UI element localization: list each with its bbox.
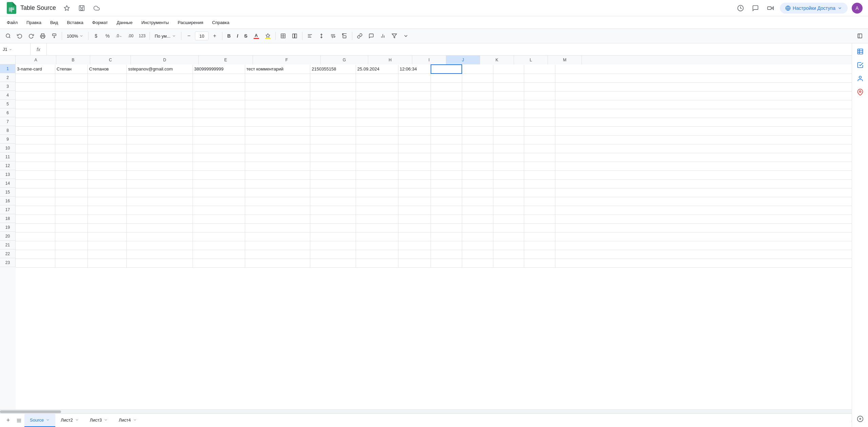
cell-C7[interactable]: [87, 118, 126, 126]
col-header-E[interactable]: E: [199, 56, 253, 64]
zoom-select[interactable]: 100%: [64, 33, 86, 39]
cell-M11[interactable]: [524, 153, 555, 162]
cell-A16[interactable]: [16, 197, 55, 206]
cell-L5[interactable]: [493, 100, 524, 109]
cell-D1[interactable]: sstepanov@gmail.com: [126, 65, 193, 74]
cell-extra19[interactable]: [555, 223, 864, 232]
cell-K7[interactable]: [462, 118, 493, 126]
row-num-22[interactable]: 22: [0, 249, 16, 258]
cell-J18[interactable]: [431, 215, 462, 223]
cell-L7[interactable]: [493, 118, 524, 126]
cell-D13[interactable]: [126, 170, 193, 179]
cell-E16[interactable]: [193, 197, 245, 206]
cell-E6[interactable]: [193, 109, 245, 118]
cell-H4[interactable]: [356, 91, 398, 100]
sheet-tab-source[interactable]: Source: [24, 414, 55, 427]
cell-E7[interactable]: [193, 118, 245, 126]
cell-F18[interactable]: [245, 215, 310, 223]
cell-L6[interactable]: [493, 109, 524, 118]
cell-J23[interactable]: [431, 259, 462, 267]
cell-H21[interactable]: [356, 241, 398, 250]
cell-C12[interactable]: [87, 162, 126, 170]
cell-L4[interactable]: [493, 91, 524, 100]
cell-A15[interactable]: [16, 188, 55, 197]
cell-M18[interactable]: [524, 215, 555, 223]
wrap-button[interactable]: [328, 30, 338, 41]
cell-B13[interactable]: [55, 170, 88, 179]
row-num-16[interactable]: 16: [0, 197, 16, 205]
cell-extra21[interactable]: [555, 241, 864, 250]
currency-button[interactable]: $: [91, 30, 101, 41]
cell-D9[interactable]: [126, 135, 193, 144]
row-num-5[interactable]: 5: [0, 100, 16, 108]
cell-K19[interactable]: [462, 223, 493, 232]
cell-M2[interactable]: [524, 74, 555, 82]
cell-B1[interactable]: Степан: [55, 65, 88, 74]
cell-G4[interactable]: [310, 91, 356, 100]
cell-A13[interactable]: [16, 170, 55, 179]
cell-C20[interactable]: [87, 232, 126, 241]
cell-I20[interactable]: [398, 232, 431, 241]
cell-F10[interactable]: [245, 144, 310, 153]
col-header-H[interactable]: H: [368, 56, 412, 64]
cell-G16[interactable]: [310, 197, 356, 206]
cell-H1[interactable]: 25.09.2024: [356, 65, 398, 74]
cell-C5[interactable]: [87, 100, 126, 109]
cell-B2[interactable]: [55, 74, 88, 82]
cell-L23[interactable]: [493, 259, 524, 267]
cell-extra20[interactable]: [555, 232, 864, 241]
sheet-tab-sheet2[interactable]: Лист2: [55, 414, 84, 427]
cell-I13[interactable]: [398, 170, 431, 179]
cell-H6[interactable]: [356, 109, 398, 118]
cell-E19[interactable]: [193, 223, 245, 232]
cell-F19[interactable]: [245, 223, 310, 232]
col-header-F[interactable]: F: [253, 56, 321, 64]
cell-F1[interactable]: тест комментарий: [245, 65, 310, 74]
cell-H17[interactable]: [356, 206, 398, 215]
insert-comment-button[interactable]: [366, 30, 377, 41]
cell-M21[interactable]: [524, 241, 555, 250]
increase-decimal-button[interactable]: .00: [125, 30, 136, 41]
font-family-select[interactable]: По ум...: [152, 33, 179, 39]
cell-E9[interactable]: [193, 135, 245, 144]
cell-M17[interactable]: [524, 206, 555, 215]
cell-M5[interactable]: [524, 100, 555, 109]
cell-C19[interactable]: [87, 223, 126, 232]
redo-button[interactable]: [26, 30, 37, 41]
cell-I6[interactable]: [398, 109, 431, 118]
cell-I4[interactable]: [398, 91, 431, 100]
cell-D7[interactable]: [126, 118, 193, 126]
row-num-21[interactable]: 21: [0, 241, 16, 249]
cell-B7[interactable]: [55, 118, 88, 126]
cell-C8[interactable]: [87, 126, 126, 135]
cell-K12[interactable]: [462, 162, 493, 170]
cell-I10[interactable]: [398, 144, 431, 153]
cell-B8[interactable]: [55, 126, 88, 135]
star-button[interactable]: [61, 3, 72, 14]
sheet-tab-sheet4[interactable]: Лист4: [113, 414, 142, 427]
cell-C21[interactable]: [87, 241, 126, 250]
cell-K14[interactable]: [462, 179, 493, 188]
cell-L1[interactable]: [493, 65, 524, 74]
cell-A12[interactable]: [16, 162, 55, 170]
cell-G14[interactable]: [310, 179, 356, 188]
cell-F9[interactable]: [245, 135, 310, 144]
cell-E12[interactable]: [193, 162, 245, 170]
cell-H5[interactable]: [356, 100, 398, 109]
cell-J4[interactable]: [431, 91, 462, 100]
col-header-G[interactable]: G: [321, 56, 368, 64]
cell-J2[interactable]: [431, 74, 462, 82]
cell-extra11[interactable]: [555, 153, 864, 162]
cell-K10[interactable]: [462, 144, 493, 153]
cell-G19[interactable]: [310, 223, 356, 232]
cell-C22[interactable]: [87, 250, 126, 259]
cell-B12[interactable]: [55, 162, 88, 170]
row-num-20[interactable]: 20: [0, 232, 16, 241]
cell-K21[interactable]: [462, 241, 493, 250]
horizontal-scrollbar[interactable]: [0, 409, 864, 413]
cell-C10[interactable]: [87, 144, 126, 153]
cell-E17[interactable]: [193, 206, 245, 215]
cell-M7[interactable]: [524, 118, 555, 126]
cell-H18[interactable]: [356, 215, 398, 223]
cell-extra6[interactable]: [555, 109, 864, 118]
